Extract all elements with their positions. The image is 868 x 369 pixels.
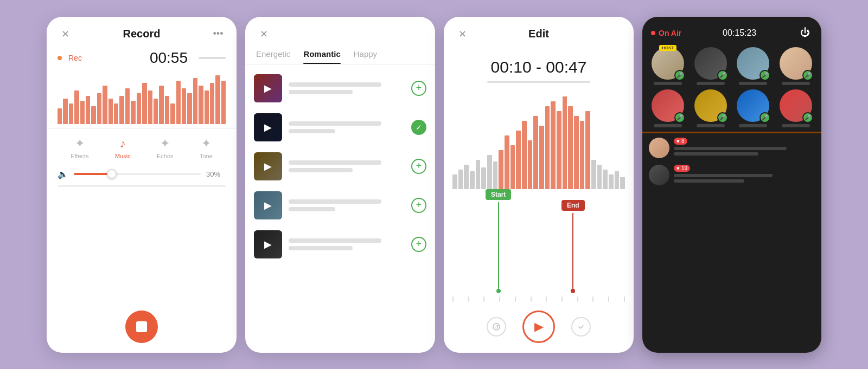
avatar-name-line (654, 82, 682, 85)
user-avatar: 🎤 (652, 89, 684, 122)
volume-fill (74, 173, 112, 175)
effects-label: Effects (71, 153, 88, 159)
music-thumb-4: ▶ (254, 191, 282, 219)
avatar-name-line (697, 124, 725, 127)
tick (483, 296, 484, 302)
tick (515, 296, 516, 302)
record-close-button[interactable]: ✕ (58, 27, 73, 42)
avatar-item: 🎤 (649, 89, 687, 127)
effects-icon: ✦ (75, 137, 85, 151)
start-marker-line (498, 202, 499, 289)
avatar-item: HOST 🎤 (649, 47, 687, 85)
volume-percentage: 30% (206, 170, 226, 178)
tick (546, 296, 547, 302)
tone-tab[interactable]: ✦ Tone (200, 137, 213, 159)
music-info-4 (289, 199, 405, 211)
music-title-line (289, 199, 381, 204)
avatar-name-line (697, 82, 725, 85)
music-item[interactable]: ▶ + (245, 147, 435, 186)
music-info-5 (289, 238, 405, 250)
on-air-status: On Air (651, 29, 681, 37)
effects-tab[interactable]: ✦ Effects (71, 137, 88, 159)
heart-count-1: 8 (681, 138, 685, 144)
heart-badge-1: ♥ 8 (674, 138, 687, 145)
avatar-item: 🎤 (734, 47, 773, 85)
record-more-button[interactable]: ••• (210, 27, 226, 42)
heart-badge-2: ♥ 19 (674, 165, 690, 172)
add-music-button-4[interactable]: + (411, 198, 426, 213)
tick (592, 296, 593, 302)
selected-music-indicator-2[interactable]: ✓ (411, 120, 426, 135)
echos-label: Echos (157, 153, 174, 159)
add-music-button-3[interactable]: + (411, 159, 426, 174)
mic-badge: 🎤 (674, 70, 685, 81)
edit-title: Edit (528, 28, 549, 40)
heart-icon: ♥ (676, 165, 680, 171)
edit-controls: ↺ ▶ (444, 305, 634, 353)
mic-badge: 🎤 (760, 112, 770, 123)
music-label: Music (115, 153, 131, 159)
music-item[interactable]: ▶ + (245, 225, 435, 264)
mic-badge: 🎤 (802, 112, 813, 123)
music-subtitle-line (289, 129, 335, 133)
on-air-header: On Air 00:15:23 ⏻ (642, 17, 821, 47)
rec-time: 00:55 (150, 49, 188, 67)
comment-line (674, 174, 773, 177)
music-item[interactable]: ▶ + (245, 69, 435, 108)
tick (561, 296, 563, 302)
power-button[interactable]: ⏻ (797, 25, 813, 41)
end-marker-dot (571, 289, 575, 293)
tab-happy[interactable]: Happy (354, 49, 377, 64)
tone-label: Tone (200, 153, 213, 159)
edit-back-button[interactable]: ↺ (487, 317, 506, 336)
tab-romantic[interactable]: Romantic (303, 49, 340, 64)
edit-waveform (452, 92, 625, 189)
start-marker-dot (496, 289, 501, 293)
edit-close-button[interactable]: ✕ (455, 27, 470, 42)
svg-text:↺: ↺ (494, 324, 499, 330)
music-subtitle-line (289, 246, 353, 250)
volume-icon: 🔈 (58, 169, 68, 179)
music-tabs: Energetic Romantic Happy (245, 47, 435, 64)
music-title-line (289, 121, 381, 126)
timeline-ticks (444, 293, 634, 305)
tab-energetic[interactable]: Energetic (256, 49, 290, 64)
end-marker-line (572, 213, 573, 289)
avatar-item: 🎤 (734, 89, 773, 127)
music-item[interactable]: ▶ ✓ (245, 108, 435, 147)
volume-thumb[interactable] (107, 169, 117, 179)
rec-label: Rec (68, 54, 82, 62)
add-music-button-5[interactable]: + (411, 237, 426, 252)
record-waveform (47, 69, 237, 128)
edit-play-button[interactable]: ▶ (522, 310, 555, 343)
volume-track[interactable] (74, 173, 201, 175)
mic-badge: 🎤 (717, 70, 728, 81)
record-header: ✕ Record ••• (47, 17, 237, 47)
start-marker[interactable]: Start (486, 189, 511, 293)
play-overlay-2: ▶ (254, 113, 282, 141)
heart-icon: ♥ (676, 138, 680, 144)
bottom-slider[interactable] (58, 185, 226, 187)
end-marker[interactable]: End (561, 200, 585, 293)
music-subtitle-line (289, 207, 335, 211)
music-thumb-1: ▶ (254, 74, 282, 102)
music-tab[interactable]: ♪ Music (115, 137, 131, 159)
user-avatar: 🎤 (780, 47, 812, 80)
rec-dot-indicator (58, 56, 62, 60)
stop-record-button[interactable] (125, 310, 158, 343)
user-avatar: 🎤 (737, 47, 769, 80)
music-thumb-5: ▶ (254, 230, 282, 258)
music-item[interactable]: ▶ + (245, 186, 435, 225)
echos-tab[interactable]: ✦ Echos (157, 137, 174, 159)
avatar-name-line (739, 124, 767, 127)
music-close-button[interactable]: ✕ (256, 27, 271, 42)
edit-check-button[interactable] (571, 317, 591, 336)
tick (499, 296, 500, 302)
avatar-grid: HOST 🎤 🎤 🎤 🎤 (642, 47, 821, 132)
edit-waveform-wrap: Start End (444, 92, 634, 293)
comment-line (674, 152, 758, 156)
mic-badge: 🎤 (802, 70, 813, 81)
add-music-button-1[interactable]: + (411, 81, 426, 96)
comment-line (674, 179, 744, 183)
comment-list: ♥ 8 ♥ 19 (642, 138, 821, 353)
